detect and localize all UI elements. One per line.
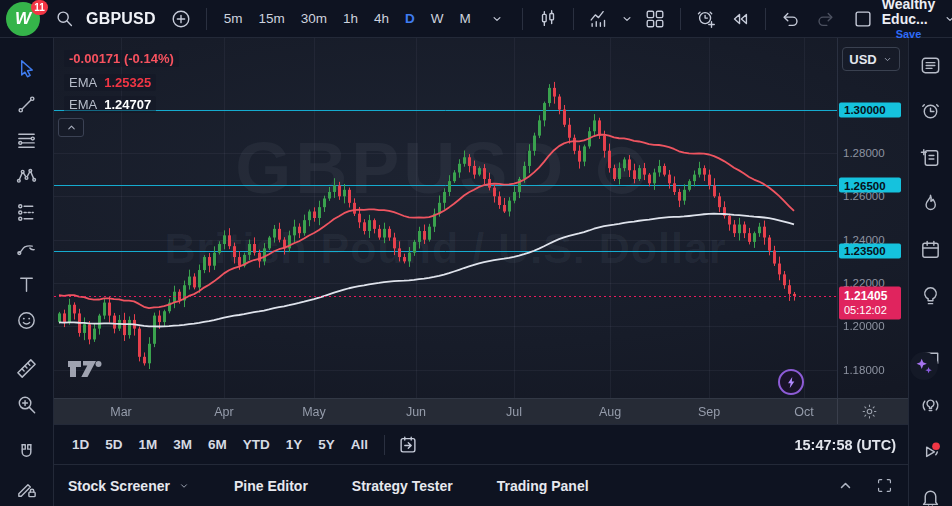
toolbar-divider (522, 8, 523, 30)
zoom-in-icon (15, 393, 38, 416)
range-1Y[interactable]: 1Y (278, 433, 311, 456)
rewind-icon (729, 8, 751, 30)
range-5Y[interactable]: 5Y (310, 433, 343, 456)
zoom-in-tool[interactable] (9, 386, 45, 422)
main-area: GBPUSD ⊙ British Pound / U.S. Dollar -0.… (54, 38, 908, 506)
measure-tool[interactable] (9, 350, 45, 386)
cursor-tool[interactable] (9, 50, 45, 86)
search-icon (54, 8, 76, 30)
streams-button[interactable] (916, 391, 946, 419)
interval-1h[interactable]: 1h (336, 7, 365, 30)
symbol-search-button[interactable] (50, 4, 80, 34)
live-button[interactable] (916, 437, 946, 465)
indicator-templates-button[interactable] (618, 4, 636, 34)
grid-layout-icon (644, 8, 666, 30)
draw-lock-icon (15, 477, 38, 500)
ai-sparkles-badge[interactable] (910, 352, 938, 380)
tab-pine-editor[interactable]: Pine Editor (234, 478, 308, 494)
undo-button[interactable] (776, 4, 806, 34)
status-tabs: Stock ScreenerPine EditorStrategy Tester… (68, 478, 633, 494)
range-1M[interactable]: 1M (131, 433, 166, 456)
brush-tool[interactable] (9, 230, 45, 266)
text-tool[interactable] (9, 266, 45, 302)
save-layout-button[interactable] (848, 4, 878, 34)
range-6M[interactable]: 6M (200, 433, 235, 456)
magnet-icon (15, 441, 38, 464)
interval-15m[interactable]: 15m (251, 7, 291, 30)
alerts-button[interactable] (916, 97, 946, 125)
tab-stock-screener[interactable]: Stock Screener (68, 478, 190, 494)
brush-icon (15, 237, 38, 260)
lock-drawings-tool[interactable] (9, 470, 45, 506)
redo-button[interactable] (810, 4, 840, 34)
gear-icon[interactable] (861, 403, 878, 420)
indicator-value: 1.24707 (104, 97, 151, 112)
ideas-button[interactable] (916, 281, 946, 309)
interval-M[interactable]: M (453, 7, 478, 30)
redo-icon (814, 8, 836, 30)
symbol-name[interactable]: GBPUSD (86, 10, 156, 28)
time-axis[interactable]: MarAprMayJunJulAugSepOct (54, 398, 908, 424)
bar-replay-button[interactable] (725, 4, 755, 34)
range-All[interactable]: All (343, 433, 376, 456)
toolbar-divider (384, 435, 385, 455)
range-1D[interactable]: 1D (64, 433, 97, 456)
chart-style-button[interactable] (533, 4, 563, 34)
price-chart[interactable] (54, 38, 837, 398)
currency-selector[interactable]: USD (842, 47, 900, 71)
app-logo[interactable]: W 11 (4, 1, 46, 37)
tab-trading-panel[interactable]: Trading Panel (497, 478, 589, 494)
range-5D[interactable]: 5D (97, 433, 130, 456)
tab-strategy-tester[interactable]: Strategy Tester (352, 478, 453, 494)
indicator-row-ema[interactable]: EMA1.25325 (64, 74, 156, 91)
interval-30m[interactable]: 30m (294, 7, 334, 30)
trend-line-tool[interactable] (9, 86, 45, 122)
layout-name-group[interactable]: Wealthy Educ... Save (882, 0, 935, 40)
drawing-toolbar (0, 38, 54, 506)
layout-name[interactable]: Wealthy Educ... (882, 0, 935, 28)
forecast-tool[interactable] (9, 194, 45, 230)
price-axis[interactable]: USD 1.280001.260001.240001.220001.200001… (837, 38, 906, 398)
flame-icon (919, 192, 942, 215)
tab-label: Pine Editor (234, 478, 308, 494)
news-button[interactable] (916, 143, 946, 171)
plus-circle-icon (170, 8, 192, 30)
notifications-button[interactable] (916, 483, 946, 506)
chevron-down-icon (178, 480, 190, 492)
price-level-label: 1.23500 (839, 243, 901, 258)
range-3M[interactable]: 3M (165, 433, 200, 456)
bell-icon (919, 486, 942, 506)
calendar-button[interactable] (916, 235, 946, 263)
save-label[interactable]: Save (896, 28, 922, 40)
tab-label: Trading Panel (497, 478, 589, 494)
text-icon (15, 273, 38, 296)
maximize-icon[interactable] (875, 476, 894, 495)
go-to-date-button[interactable] (393, 430, 423, 460)
hotlists-button[interactable] (916, 189, 946, 217)
time-axis-label-oct: Oct (794, 405, 813, 419)
indicator-row-ema[interactable]: EMA1.24707 (64, 96, 156, 113)
layout-menu-button[interactable] (939, 4, 952, 34)
watchlist-button[interactable] (916, 51, 946, 79)
legend-collapse-button[interactable] (58, 118, 84, 137)
layout-grid-button[interactable] (640, 4, 670, 34)
xabcd-icon (15, 165, 38, 188)
xabcd-pattern-tool[interactable] (9, 158, 45, 194)
fib-retracement-tool[interactable] (9, 122, 45, 158)
interval-5m[interactable]: 5m (217, 7, 250, 30)
interval-menu-button[interactable] (482, 4, 512, 34)
indicators-button[interactable] (584, 4, 614, 34)
instant-trading-button[interactable] (778, 369, 804, 395)
emoji-tool[interactable] (9, 302, 45, 338)
interval-D[interactable]: D (398, 7, 422, 30)
chevron-up-icon[interactable] (836, 476, 855, 495)
range-YTD[interactable]: YTD (235, 433, 278, 456)
compare-add-symbol-button[interactable] (166, 4, 196, 34)
interval-W[interactable]: W (424, 7, 451, 30)
magnet-tool[interactable] (9, 434, 45, 470)
time-axis-label-jul: Jul (506, 405, 522, 419)
clock-utc[interactable]: 15:47:58 (UTC) (794, 437, 898, 453)
interval-4h[interactable]: 4h (367, 7, 396, 30)
tradingview-logo-icon[interactable] (67, 357, 103, 382)
create-alert-button[interactable] (691, 4, 721, 34)
